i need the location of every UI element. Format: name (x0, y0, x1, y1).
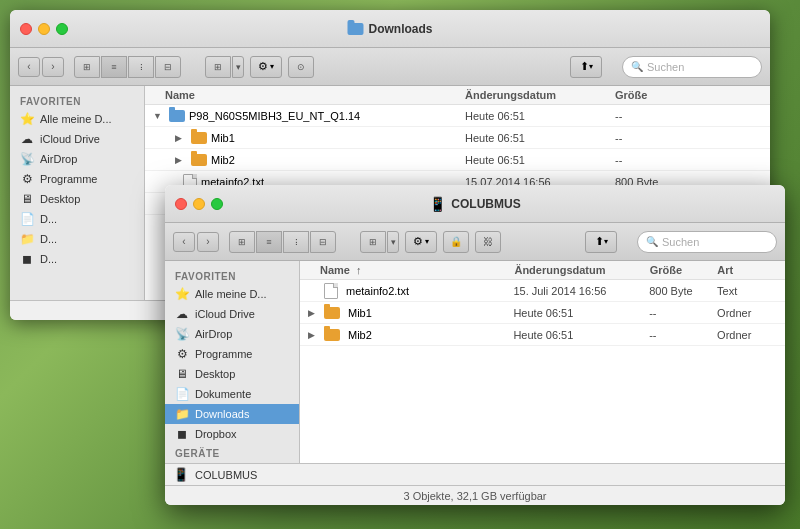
expand-arrow-icon[interactable]: ▶ (175, 155, 187, 165)
share-dropdown-icon: ▾ (604, 237, 608, 246)
secondary-sidebar-item-docs[interactable]: 📄 Dokumente (165, 384, 299, 404)
secondary-col-name-header[interactable]: Name ↑ (300, 264, 514, 276)
arrange-button[interactable]: ⊞ (205, 56, 231, 78)
file-date-label: Heute 06:51 (465, 132, 615, 144)
main-file-list-header: Name Änderungsdatum Größe (145, 86, 770, 105)
secondary-col-size-header[interactable]: Größe (650, 264, 718, 276)
file-name-cell: ▶ Mib2 (300, 329, 513, 341)
secondary-apps-label: Programme (195, 348, 252, 360)
table-row[interactable]: ▶ Mib2 Heute 06:51 -- Ordner (300, 324, 785, 346)
secondary-column-view-button[interactable]: ⫶ (283, 231, 309, 253)
main-view-buttons: ⊞ ≡ ⫶ ⊟ (74, 56, 181, 78)
table-row[interactable]: metainfo2.txt 15. Juli 2014 16:56 800 By… (300, 280, 785, 302)
maximize-button[interactable] (56, 23, 68, 35)
secondary-maximize-button[interactable] (211, 198, 223, 210)
secondary-traffic-lights (175, 198, 223, 210)
list-view-button[interactable]: ≡ (101, 56, 127, 78)
file-size-label: -- (615, 110, 695, 122)
sidebar-item-desktop[interactable]: 🖥 Desktop (10, 189, 144, 209)
secondary-back-button[interactable]: ‹ (173, 232, 195, 252)
sidebar-item-d2[interactable]: 📁 D... (10, 229, 144, 249)
secondary-list-view-button[interactable]: ≡ (256, 231, 282, 253)
search-icon: 🔍 (631, 61, 643, 72)
secondary-arrange-button[interactable]: ⊞ (360, 231, 386, 253)
table-row[interactable]: ▶ Mib1 Heute 06:51 -- (145, 127, 770, 149)
secondary-arrange-dropdown[interactable]: ▾ (387, 231, 399, 253)
secondary-action-button[interactable]: ⚙ ▾ (405, 231, 437, 253)
downloads-icon: 📁 (175, 407, 189, 421)
back-button[interactable]: ‹ (18, 57, 40, 77)
folder-icon (191, 132, 207, 144)
secondary-col-date-header[interactable]: Änderungsdatum (514, 264, 649, 276)
share-button[interactable]: ⬆ ▾ (570, 56, 602, 78)
file-date-label: Heute 06:51 (513, 307, 649, 319)
sidebar-item-d3[interactable]: ◼ D... (10, 249, 144, 269)
file-name-label: metainfo2.txt (346, 285, 409, 297)
search-icon: 🔍 (646, 236, 658, 247)
secondary-coverflow-button[interactable]: ⊟ (310, 231, 336, 253)
secondary-window-title-area: 📱 COLUBMUS (429, 196, 520, 212)
sidebar-item-airdrop[interactable]: 📡 AirDrop (10, 149, 144, 169)
icon-view-button[interactable]: ⊞ (74, 56, 100, 78)
table-row[interactable]: ▼ P98_N60S5MIBH3_EU_NT_Q1.14 Heute 06:51… (145, 105, 770, 127)
sidebar-item-airdrop-label: AirDrop (40, 153, 77, 165)
coverflow-view-button[interactable]: ⊟ (155, 56, 181, 78)
close-button[interactable] (20, 23, 32, 35)
sidebar-item-d1-label: D... (40, 213, 57, 225)
minimize-button[interactable] (38, 23, 50, 35)
doc-icon: 📄 (175, 387, 189, 401)
device-icon: 📱 (429, 196, 446, 212)
arrange-dropdown[interactable]: ▾ (232, 56, 244, 78)
path-button[interactable]: ⊙ (288, 56, 314, 78)
secondary-minimize-button[interactable] (193, 198, 205, 210)
secondary-sidebar-item-airdrop[interactable]: 📡 AirDrop (165, 324, 299, 344)
star-icon: ⭐ (20, 112, 34, 126)
secondary-close-button[interactable] (175, 198, 187, 210)
table-row[interactable]: ▶ Mib1 Heute 06:51 -- Ordner (300, 302, 785, 324)
secondary-sidebar-item-downloads[interactable]: 📁 Downloads (165, 404, 299, 424)
sidebar-item-apps[interactable]: ⚙ Programme (10, 169, 144, 189)
apps-icon: ⚙ (175, 347, 189, 361)
file-size-label: -- (615, 154, 695, 166)
column-view-button[interactable]: ⫶ (128, 56, 154, 78)
secondary-sidebar-item-dropbox[interactable]: ◼ Dropbox (165, 424, 299, 444)
secondary-icon-view-button[interactable]: ⊞ (229, 231, 255, 253)
sidebar-item-d1[interactable]: 📄 D... (10, 209, 144, 229)
main-col-date-header: Änderungsdatum (465, 89, 615, 101)
main-search-box[interactable]: 🔍 Suchen (622, 56, 762, 78)
secondary-forward-button[interactable]: › (197, 232, 219, 252)
airdrop-icon: 📡 (20, 152, 34, 166)
gear-dropdown-icon: ▾ (270, 62, 274, 71)
device-label-bar: 📱 COLUBMUS (165, 463, 785, 485)
secondary-lock-button[interactable]: 🔒 (443, 231, 469, 253)
expand-arrow-icon[interactable]: ▶ (308, 330, 320, 340)
main-titlebar: Downloads (10, 10, 770, 48)
secondary-search-box[interactable]: 🔍 Suchen (637, 231, 777, 253)
sidebar-item-icloud[interactable]: ☁ iCloud Drive (10, 129, 144, 149)
secondary-sidebar-favorites-title: Favoriten (165, 267, 299, 284)
expand-arrow-icon[interactable]: ▼ (153, 111, 165, 121)
secondary-sidebar-item-icloud[interactable]: ☁ iCloud Drive (165, 304, 299, 324)
table-row[interactable]: ▶ Mib2 Heute 06:51 -- (145, 149, 770, 171)
file-name-cell: ▶ Mib1 (300, 307, 513, 319)
secondary-share-button[interactable]: ⬆ ▾ (585, 231, 617, 253)
secondary-chain-button[interactable]: ⛓ (475, 231, 501, 253)
secondary-docs-label: Dokumente (195, 388, 251, 400)
expand-arrow-icon[interactable]: ▶ (175, 133, 187, 143)
secondary-dropbox-label: Dropbox (195, 428, 237, 440)
forward-button[interactable]: › (42, 57, 64, 77)
secondary-sidebar-item-desktop[interactable]: 🖥 Desktop (165, 364, 299, 384)
secondary-sidebar-item-all-my[interactable]: ⭐ Alle meine D... (165, 284, 299, 304)
sidebar-item-desktop-label: Desktop (40, 193, 80, 205)
file-size-label: -- (615, 132, 695, 144)
folder-icon (324, 329, 340, 341)
sidebar-item-all-my[interactable]: ⭐ Alle meine D... (10, 109, 144, 129)
expand-arrow-icon[interactable]: ▶ (308, 308, 320, 318)
secondary-sidebar-item-apps[interactable]: ⚙ Programme (165, 344, 299, 364)
gear-dropdown-icon: ▾ (425, 237, 429, 246)
main-search-placeholder: Suchen (647, 61, 684, 73)
secondary-col-type-header[interactable]: Art (717, 264, 785, 276)
action-button[interactable]: ⚙ ▾ (250, 56, 282, 78)
dropbox-icon: ◼ (20, 252, 34, 266)
folder-icon (169, 110, 185, 122)
